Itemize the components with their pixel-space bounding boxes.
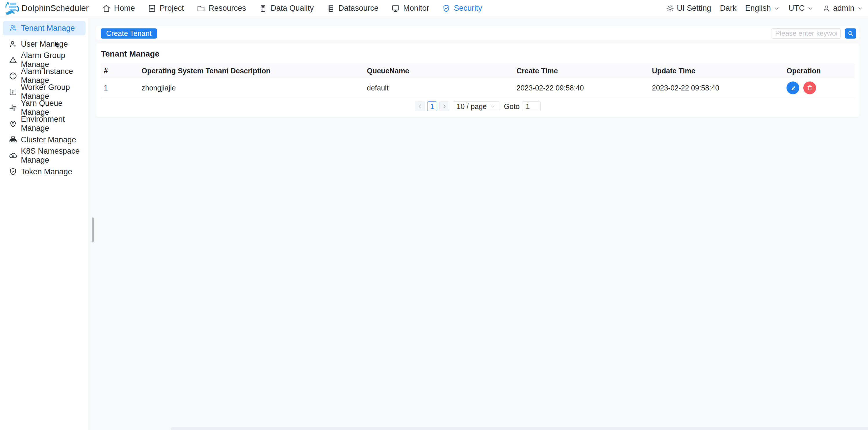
user-icon [822, 4, 830, 12]
cell-description [228, 78, 364, 98]
sidebar-item-label: Alarm Group Manage [21, 51, 86, 69]
dolphinscheduler-logo-icon [5, 1, 19, 16]
sidebar-item-label: K8S Namespace Manage [21, 147, 86, 165]
shield-ok-icon [9, 167, 18, 176]
sidebar-item-token-manage[interactable]: Token Manage [3, 164, 86, 179]
folder-icon [197, 4, 205, 13]
page-size-select[interactable]: 10 / page [453, 101, 499, 111]
sidebar-item-worker-group-manage[interactable]: Worker Group Manage [3, 85, 86, 99]
sidebar-item-alarm-instance-manage[interactable]: Alarm Instance Manage [3, 69, 86, 83]
main-nav: Home Project Resources [102, 4, 482, 13]
cell-index: 1 [101, 78, 138, 98]
cell-create-time: 2023-02-22 09:58:40 [514, 78, 649, 98]
sidebar-item-k8s-namespace-manage[interactable]: K8S Namespace Manage [3, 149, 86, 163]
nav-item-security[interactable]: Security [442, 4, 482, 13]
tenant-card: Tenant Manage # Operating System Tenant … [96, 43, 859, 117]
chevron-down-icon [857, 5, 863, 11]
pagination: 1 10 / page Goto [101, 98, 855, 113]
username-label: admin [833, 4, 855, 13]
column-queue-name: QueueName [364, 64, 514, 78]
sidebar-item-label: Tenant Manage [21, 24, 75, 33]
column-index: # [101, 64, 138, 78]
app-title: DolphinScheduler [22, 3, 89, 13]
sidebar-item-label: Token Manage [21, 167, 72, 176]
next-page-button[interactable] [439, 101, 449, 111]
nav-label: Project [159, 4, 184, 13]
column-update-time: Update Time [649, 64, 784, 78]
cell-update-time: 2023-02-22 09:58:40 [649, 78, 784, 98]
theme-label: Dark [720, 4, 736, 13]
nav-label: Data Quality [271, 4, 314, 13]
tenant-icon [9, 24, 18, 32]
create-tenant-button[interactable]: Create Tenant [101, 28, 157, 38]
info-icon [9, 72, 18, 80]
sidebar-item-environment-manage[interactable]: Environment Manage [3, 117, 86, 131]
sidebar-item-label: Environment Manage [21, 115, 86, 133]
sidebar-item-cluster-manage[interactable]: Cluster Manage [3, 132, 86, 147]
nav-label: Security [454, 4, 482, 13]
chevron-down-icon [773, 5, 780, 11]
warning-icon [9, 56, 18, 64]
ui-setting-button[interactable]: UI Setting [666, 4, 711, 13]
cell-os-tenant: zhongjiajie [138, 78, 228, 98]
column-operation: Operation [784, 64, 855, 78]
horizontal-scrollbar[interactable] [171, 427, 868, 430]
cluster-icon [9, 135, 18, 144]
sidebar: Tenant Manage User Manage Alarm Group Ma… [0, 17, 89, 430]
project-icon [148, 4, 156, 13]
language-select[interactable]: English [745, 4, 780, 13]
gear-icon [666, 4, 674, 12]
nav-label: Resources [209, 4, 246, 13]
table-header-row: # Operating System Tenant Description Qu… [101, 64, 855, 78]
nav-item-resources[interactable]: Resources [197, 4, 246, 13]
search-input[interactable] [771, 28, 841, 38]
main-content: Create Tenant Tenant Manage [89, 17, 868, 430]
cell-queue-name: default [364, 78, 514, 98]
chevron-down-icon [490, 103, 496, 109]
sidebar-item-alarm-group-manage[interactable]: Alarm Group Manage [3, 53, 86, 67]
top-nav: DolphinScheduler Home Project [0, 0, 868, 17]
shield-check-icon [442, 4, 451, 13]
nav-item-home[interactable]: Home [102, 4, 135, 13]
search-button[interactable] [845, 28, 856, 38]
column-create-time: Create Time [514, 64, 649, 78]
page-number-button[interactable]: 1 [427, 101, 437, 111]
cloud-icon [9, 151, 18, 160]
language-label: English [745, 4, 771, 13]
chevron-right-icon [441, 103, 447, 110]
theme-toggle[interactable]: Dark [720, 4, 736, 13]
goto-label: Goto [504, 102, 520, 111]
timezone-select[interactable]: UTC [788, 4, 814, 13]
edit-tenant-button[interactable] [786, 82, 799, 94]
chevron-left-icon [417, 103, 423, 110]
datasource-icon [327, 4, 335, 13]
monitor-icon [391, 4, 400, 13]
column-description: Description [228, 64, 364, 78]
pin-icon [9, 119, 18, 128]
sidebar-item-tenant-manage[interactable]: Tenant Manage [3, 21, 86, 35]
search-icon [847, 30, 854, 37]
goto-page-input[interactable] [522, 101, 540, 111]
nav-item-project[interactable]: Project [148, 4, 184, 13]
nav-label: Home [114, 4, 135, 13]
edit-icon [789, 84, 797, 92]
data-quality-icon [259, 4, 268, 13]
nav-item-monitor[interactable]: Monitor [391, 4, 429, 13]
column-os-tenant: Operating System Tenant [138, 64, 228, 78]
prev-page-button[interactable] [415, 101, 425, 111]
user-add-icon [9, 40, 18, 49]
sidebar-item-user-manage[interactable]: User Manage [3, 37, 86, 51]
tenant-table: # Operating System Tenant Description Qu… [101, 64, 855, 98]
delete-tenant-button[interactable] [803, 82, 816, 94]
search-bar [771, 28, 856, 38]
table-row: 1 zhongjiajie default 2023-02-22 09:58:4… [101, 78, 855, 98]
vertical-scrollbar-thumb[interactable] [92, 217, 94, 242]
sidebar-item-label: User Manage [21, 40, 68, 49]
nav-item-datasource[interactable]: Datasource [327, 4, 378, 13]
sidebar-item-yarn-queue-manage[interactable]: Yarn Queue Manage [3, 101, 86, 115]
nav-item-data-quality[interactable]: Data Quality [259, 4, 314, 13]
user-menu[interactable]: admin [822, 4, 863, 13]
app-logo[interactable]: DolphinScheduler [5, 1, 89, 16]
sidebar-item-label: Cluster Manage [21, 135, 76, 144]
operation-cell [786, 78, 855, 98]
